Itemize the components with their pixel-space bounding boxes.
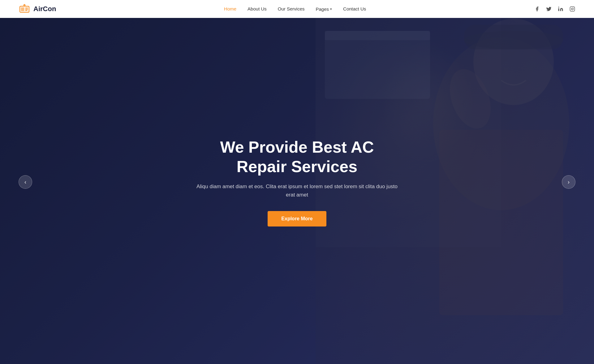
svg-rect-2 — [21, 7, 24, 11]
chevron-right-icon: › — [568, 179, 570, 185]
slider-prev-button[interactable]: ‹ — [19, 175, 32, 189]
hero-section: We Provide Best AC Repair Services Aliqu… — [0, 0, 594, 364]
hero-content: We Provide Best AC Repair Services Aliqu… — [189, 138, 405, 226]
nav-item-services[interactable]: Our Services — [278, 6, 305, 12]
navbar: AirCon Home About Us Our Services Pages … — [0, 0, 594, 18]
linkedin-icon[interactable] — [557, 6, 564, 12]
nav-item-contact[interactable]: Contact Us — [343, 6, 366, 12]
svg-point-10 — [573, 7, 574, 8]
brand-icon — [19, 3, 30, 15]
svg-point-7 — [558, 7, 559, 8]
facebook-icon[interactable] — [534, 6, 540, 12]
nav-links: Home About Us Our Services Pages ▾ Conta… — [224, 6, 366, 12]
hero-subtitle: Aliqu diam amet diam et eos. Clita erat … — [195, 182, 399, 199]
nav-link-contact[interactable]: Contact Us — [343, 6, 366, 11]
svg-rect-8 — [570, 7, 575, 11]
nav-item-home[interactable]: Home — [224, 6, 236, 12]
svg-point-9 — [571, 8, 573, 10]
explore-more-button[interactable]: Explore More — [268, 211, 326, 226]
pages-dropdown-chevron: ▾ — [330, 7, 332, 11]
brand-logo[interactable]: AirCon — [19, 3, 56, 15]
brand-name: AirCon — [33, 5, 56, 13]
slider-next-button[interactable]: › — [562, 175, 575, 189]
nav-link-about[interactable]: About Us — [248, 6, 267, 11]
nav-link-services[interactable]: Our Services — [278, 6, 305, 11]
nav-item-pages[interactable]: Pages ▾ — [316, 6, 332, 12]
instagram-icon[interactable] — [569, 6, 575, 12]
nav-link-pages[interactable]: Pages — [316, 6, 329, 12]
social-icons — [534, 6, 575, 12]
chevron-left-icon: ‹ — [24, 179, 26, 185]
hero-title: We Provide Best AC Repair Services — [195, 138, 399, 176]
nav-item-about[interactable]: About Us — [248, 6, 267, 12]
nav-link-home[interactable]: Home — [224, 6, 236, 11]
twitter-icon[interactable] — [546, 6, 552, 12]
